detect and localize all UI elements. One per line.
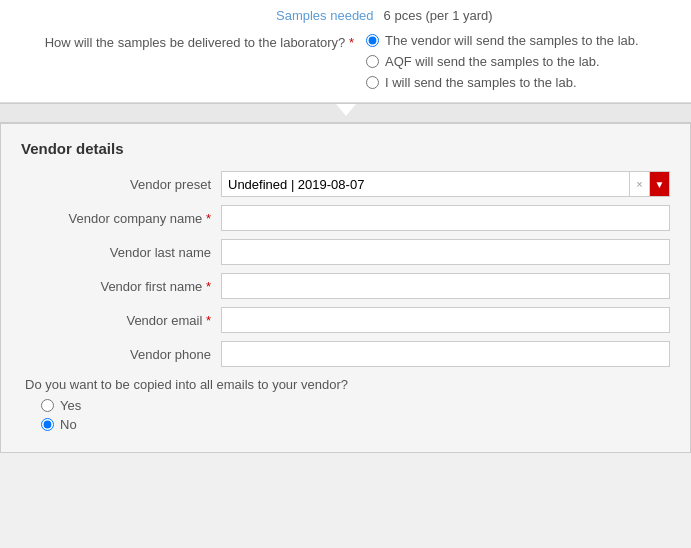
delivery-radio-aqf[interactable] bbox=[366, 55, 379, 68]
vendor-firstname-input[interactable] bbox=[221, 273, 670, 299]
vendor-email-row: Vendor email * bbox=[21, 307, 670, 333]
vendor-preset-dropdown[interactable]: ▼ bbox=[650, 171, 670, 197]
vendor-preset-label: Vendor preset bbox=[21, 177, 221, 192]
company-required-star: * bbox=[206, 211, 211, 226]
vendor-section: Vendor details Vendor preset Undefined |… bbox=[0, 123, 691, 453]
copy-question: Do you want to be copied into all emails… bbox=[21, 377, 670, 392]
delivery-radio-vendor[interactable] bbox=[366, 34, 379, 47]
copy-radio-no[interactable] bbox=[41, 418, 54, 431]
vendor-firstname-label: Vendor first name * bbox=[21, 279, 221, 294]
delivery-option-aqf[interactable]: AQF will send the samples to the lab. bbox=[366, 54, 639, 69]
required-star: * bbox=[349, 35, 354, 50]
delivery-option-self[interactable]: I will send the samples to the lab. bbox=[366, 75, 639, 90]
vendor-company-input[interactable] bbox=[221, 205, 670, 231]
vendor-firstname-row: Vendor first name * bbox=[21, 273, 670, 299]
copy-option-no[interactable]: No bbox=[41, 417, 670, 432]
vendor-lastname-label: Vendor last name bbox=[21, 245, 221, 260]
vendor-company-row: Vendor company name * bbox=[21, 205, 670, 231]
vendor-phone-label: Vendor phone bbox=[21, 347, 221, 362]
vendor-lastname-row: Vendor last name bbox=[21, 239, 670, 265]
vendor-email-label: Vendor email * bbox=[21, 313, 221, 328]
delivery-radio-self[interactable] bbox=[366, 76, 379, 89]
delivery-option-vendor[interactable]: The vendor will send the samples to the … bbox=[366, 33, 639, 48]
vendor-preset-clear[interactable]: × bbox=[630, 171, 650, 197]
samples-value: 6 pces (per 1 yard) bbox=[384, 8, 493, 23]
vendor-phone-row: Vendor phone bbox=[21, 341, 670, 367]
vendor-company-label: Vendor company name * bbox=[21, 211, 221, 226]
delivery-options: The vendor will send the samples to the … bbox=[366, 33, 639, 90]
delivery-question: How will the samples be delivered to the… bbox=[16, 33, 366, 50]
copy-radio-yes[interactable] bbox=[41, 399, 54, 412]
section-divider bbox=[0, 103, 691, 123]
firstname-required-star: * bbox=[206, 279, 211, 294]
copy-options: Yes No bbox=[21, 398, 670, 432]
vendor-phone-input[interactable] bbox=[221, 341, 670, 367]
vendor-email-input[interactable] bbox=[221, 307, 670, 333]
samples-needed-label: Samples needed bbox=[276, 8, 374, 23]
vendor-preset-wrapper: Undefined | 2019-08-07 × ▼ bbox=[221, 171, 670, 197]
vendor-preset-row: Vendor preset Undefined | 2019-08-07 × ▼ bbox=[21, 171, 670, 197]
vendor-title: Vendor details bbox=[21, 140, 670, 157]
top-section: Samples needed 6 pces (per 1 yard) How w… bbox=[0, 0, 691, 103]
email-required-star: * bbox=[206, 313, 211, 328]
samples-header: Samples needed 6 pces (per 1 yard) bbox=[16, 8, 675, 23]
copy-option-yes[interactable]: Yes bbox=[41, 398, 670, 413]
vendor-preset-select[interactable]: Undefined | 2019-08-07 bbox=[221, 171, 630, 197]
vendor-lastname-input[interactable] bbox=[221, 239, 670, 265]
delivery-row: How will the samples be delivered to the… bbox=[16, 33, 675, 90]
